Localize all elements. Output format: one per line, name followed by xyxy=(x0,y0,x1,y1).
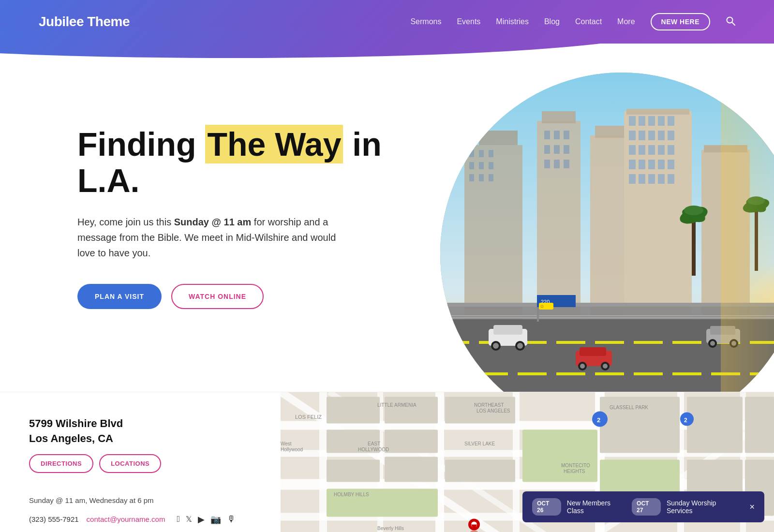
svg-rect-87 xyxy=(634,372,663,375)
notification-bar: OCT 26 New Members Class OCT 27 Sunday W… xyxy=(522,491,764,522)
svg-rect-25 xyxy=(544,160,550,168)
svg-point-102 xyxy=(603,364,608,369)
svg-rect-10 xyxy=(469,150,474,157)
nav-events[interactable]: Events xyxy=(457,17,480,26)
location-hours: Sunday @ 11 am, Wednesday at 6 pm xyxy=(29,496,252,504)
svg-rect-21 xyxy=(564,131,569,139)
badge-oct26: OCT 26 xyxy=(532,498,561,516)
svg-rect-44 xyxy=(668,145,674,155)
svg-text:Hollywood: Hollywood xyxy=(281,447,303,452)
badge-oct27: OCT 27 xyxy=(632,498,661,516)
event1-text: New Members Class xyxy=(567,499,626,515)
svg-rect-19 xyxy=(544,131,550,139)
svg-rect-23 xyxy=(554,145,560,154)
svg-rect-84 xyxy=(518,372,547,375)
svg-rect-119 xyxy=(537,307,539,322)
svg-rect-26 xyxy=(554,160,560,168)
svg-rect-153 xyxy=(745,397,774,453)
svg-rect-20 xyxy=(554,131,560,139)
svg-text:2: 2 xyxy=(684,417,687,424)
twitter-icon[interactable]: 𝕏 xyxy=(186,515,192,524)
svg-rect-140 xyxy=(385,397,438,424)
svg-point-96 xyxy=(517,343,523,349)
hero-buttons: PLAN A VISIT WATCH ONLINE xyxy=(77,284,416,309)
location-contact: (323) 555-7921 contact@yourname.com  𝕏 … xyxy=(29,514,252,525)
location-address: 5799 Wilshire Blvd Los Angeles, CA xyxy=(29,416,161,446)
svg-rect-27 xyxy=(564,160,569,168)
city-scene-svg: 220 ☆ xyxy=(440,73,774,392)
nav-sermons[interactable]: Sermons xyxy=(410,17,441,26)
watch-online-button[interactable]: WATCH ONLINE xyxy=(171,284,264,309)
location-phone: (323) 555-7921 xyxy=(29,515,79,523)
site-logo[interactable]: Jubilee Theme xyxy=(39,14,130,30)
hero-title: Finding The Way in L.A. xyxy=(77,126,416,199)
svg-rect-33 xyxy=(658,116,665,126)
microphone-icon[interactable]: 🎙 xyxy=(227,514,236,524)
svg-rect-37 xyxy=(648,131,655,140)
facebook-icon[interactable]:  xyxy=(177,514,180,524)
location-panel: 5799 Wilshire Blvd Los Angeles, CA DIREC… xyxy=(0,392,281,532)
hero-section: Finding The Way in L.A. Hey, come join u… xyxy=(0,44,774,392)
nav-ministries[interactable]: Ministries xyxy=(496,17,529,26)
svg-rect-47 xyxy=(648,160,655,169)
svg-rect-49 xyxy=(668,160,674,169)
svg-point-112 xyxy=(710,341,715,346)
main-nav: Sermons Events Ministries Blog Contact M… xyxy=(410,13,735,30)
svg-rect-12 xyxy=(489,150,493,157)
svg-rect-85 xyxy=(556,372,585,375)
svg-rect-83 xyxy=(479,372,508,375)
svg-rect-29 xyxy=(626,109,689,115)
hero-highlight: The Way xyxy=(205,125,343,163)
svg-text:MONTECITO: MONTECITO xyxy=(561,463,590,468)
svg-rect-15 xyxy=(489,162,493,169)
svg-text:LOS FELIZ: LOS FELIZ xyxy=(295,414,322,420)
locations-button[interactable]: LOCATIONS xyxy=(99,454,161,473)
svg-rect-77 xyxy=(634,341,663,344)
svg-rect-88 xyxy=(672,372,701,375)
event2-text: Sunday Worship Services xyxy=(667,499,740,515)
svg-rect-30 xyxy=(629,116,636,126)
svg-rect-145 xyxy=(445,460,515,482)
svg-rect-54 xyxy=(668,174,674,184)
svg-rect-147 xyxy=(385,457,438,482)
svg-rect-144 xyxy=(522,430,597,482)
new-here-button[interactable]: NEW HERE xyxy=(651,13,710,30)
hero-content: Finding The Way in L.A. Hey, come join u… xyxy=(77,126,416,309)
svg-rect-42 xyxy=(648,145,655,155)
hero-subtitle: Hey, come join us this Sunday @ 11 am fo… xyxy=(77,214,348,261)
svg-rect-146 xyxy=(327,460,380,482)
svg-rect-11 xyxy=(479,150,484,157)
directions-button[interactable]: DIRECTIONS xyxy=(29,454,93,473)
svg-rect-16 xyxy=(469,174,474,181)
svg-text:EAST: EAST xyxy=(368,441,380,446)
svg-rect-39 xyxy=(668,131,674,140)
svg-text:SILVER LAKE: SILVER LAKE xyxy=(464,441,495,446)
svg-rect-76 xyxy=(595,341,624,344)
svg-rect-24 xyxy=(564,145,569,154)
header-wrapper: Jubilee Theme Sermons Events Ministries … xyxy=(0,0,774,44)
search-icon xyxy=(726,16,735,26)
svg-rect-139 xyxy=(327,397,380,424)
nav-blog[interactable]: Blog xyxy=(544,17,560,26)
youtube-icon[interactable]: ▶ xyxy=(198,514,205,525)
location-email[interactable]: contact@yourname.com xyxy=(87,515,165,523)
svg-rect-36 xyxy=(639,131,645,140)
nav-contact[interactable]: Contact xyxy=(575,17,602,26)
svg-point-100 xyxy=(580,364,585,369)
plan-visit-button[interactable]: PLAN A VISIT xyxy=(77,284,162,309)
svg-rect-35 xyxy=(629,131,636,140)
notification-close-button[interactable]: × xyxy=(749,502,755,512)
svg-rect-7 xyxy=(542,111,576,123)
search-button[interactable] xyxy=(726,16,735,28)
svg-rect-143 xyxy=(385,430,438,453)
nav-more[interactable]: More xyxy=(617,17,635,26)
location-info: 5799 Wilshire Blvd Los Angeles, CA DIREC… xyxy=(29,416,161,487)
svg-rect-51 xyxy=(639,174,645,184)
svg-text:NORTHEAST: NORTHEAST xyxy=(474,402,504,408)
svg-rect-98 xyxy=(580,347,606,356)
svg-rect-31 xyxy=(639,116,645,126)
instagram-icon[interactable]: 📷 xyxy=(210,514,221,525)
svg-text:HOLMBY HILLS: HOLMBY HILLS xyxy=(334,492,369,497)
svg-rect-129 xyxy=(319,392,327,532)
svg-rect-72 xyxy=(440,341,469,344)
